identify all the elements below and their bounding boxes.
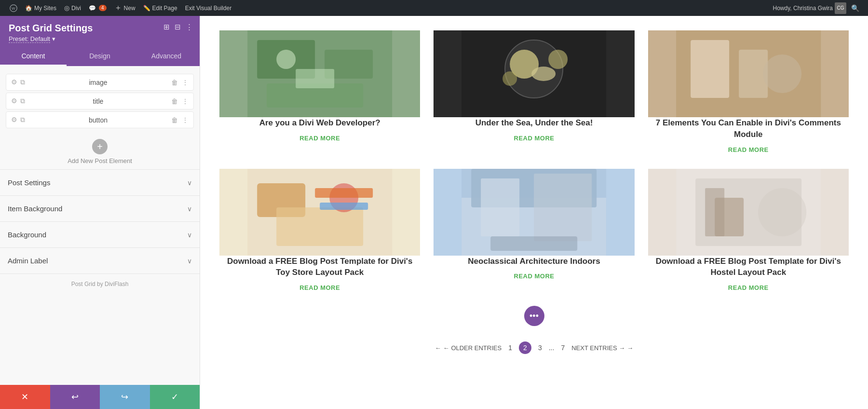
read-more-2[interactable]: READ MORE (514, 135, 555, 142)
copy-icon[interactable]: ⧉ (20, 78, 25, 86)
element-row-image: ⚙ ⧉ image 🗑 ⋮ (6, 74, 194, 91)
post-title-5: Neoclassical Architecture Indoors (468, 256, 600, 267)
admin-search-icon[interactable]: 🔍 (848, 4, 862, 12)
element-row-title: ⚙ ⧉ title 🗑 ⋮ (6, 93, 194, 109)
svg-point-12 (548, 50, 568, 69)
accordion-background: Background ∨ (0, 221, 200, 247)
post-card-5: Neoclassical Architecture Indoors READ M… (434, 169, 634, 292)
chevron-down-icon-1: ∨ (187, 179, 192, 187)
post-title-6: Download a FREE Blog Post Template for D… (648, 256, 849, 279)
page-7[interactable]: 7 (559, 343, 567, 353)
svg-point-18 (763, 55, 801, 93)
tab-design[interactable]: Design (67, 47, 133, 66)
svg-point-36 (758, 188, 806, 236)
accordion-admin-label: Admin Label ∨ (0, 247, 200, 273)
delete-icon-2[interactable]: 🗑 (171, 97, 178, 105)
background-title: Background (8, 231, 46, 239)
divi-item[interactable]: ◎ Divi (60, 0, 85, 16)
sidebar-footer: Post Grid by DiviFlash (0, 273, 200, 294)
post-image-1 (219, 30, 420, 117)
read-more-1[interactable]: READ MORE (299, 135, 340, 142)
howdy-text: Howdy, Christina Gwira (773, 5, 833, 12)
accordion-header-item-background[interactable]: Item Background ∨ (8, 196, 192, 221)
edit-page-item[interactable]: ✏️ Edit Page (139, 0, 181, 16)
layout-icon[interactable]: ⊟ (175, 23, 181, 31)
home-icon: 🏠 (25, 5, 32, 12)
delete-icon[interactable]: 🗑 (171, 79, 178, 86)
delete-icon-3[interactable]: 🗑 (171, 116, 178, 124)
content-area: Are you a Divi Web Developer? READ MORE … (200, 16, 868, 409)
plus-icon: ＋ (114, 3, 122, 13)
save-button[interactable]: ✓ (150, 385, 200, 409)
admin-label-title: Admin Label (8, 257, 48, 265)
divi-logo-icon: ◎ (64, 4, 69, 12)
drag-icon-2[interactable]: ⋮ (182, 97, 189, 105)
arrow-right-icon: → (627, 344, 633, 352)
accordion-header-admin-label[interactable]: Admin Label ∨ (8, 248, 192, 273)
settings-icon-3[interactable]: ⚙ (11, 116, 17, 124)
add-new-element[interactable]: + Add New Post Element (0, 130, 200, 169)
svg-point-6 (276, 50, 296, 69)
copy-icon-2[interactable]: ⧉ (20, 97, 25, 105)
element-row-button: ⚙ ⧉ button 🗑 ⋮ (6, 111, 194, 128)
new-item[interactable]: ＋ New (110, 0, 139, 16)
user-avatar: CG (835, 2, 846, 14)
element-label-image: image (29, 79, 167, 86)
svg-rect-7 (296, 69, 334, 88)
accordion-header-post-settings[interactable]: Post Settings ∨ (8, 170, 192, 195)
accordion-header-background[interactable]: Background ∨ (8, 222, 192, 247)
read-more-4[interactable]: READ MORE (299, 284, 340, 291)
page-2[interactable]: 2 (519, 341, 531, 354)
chevron-down-icon-4: ∨ (187, 257, 192, 265)
svg-rect-16 (691, 40, 729, 98)
post-title-4: Download a FREE Blog Post Template for D… (219, 256, 420, 279)
older-entries-button[interactable]: ← ← OLDER ENTRIES (435, 344, 502, 352)
undo-button[interactable]: ↩ (50, 385, 100, 409)
comment-icon: 💬 (89, 5, 96, 12)
post-image-4 (219, 169, 420, 256)
svg-rect-30 (490, 236, 577, 251)
svg-rect-35 (705, 188, 724, 236)
chevron-down-icon-3: ∨ (187, 231, 192, 239)
sidebar-header: Post Grid Settings Preset: Default ▾ (0, 16, 200, 47)
arrow-left-icon: ← (435, 344, 441, 352)
read-more-5[interactable]: READ MORE (514, 273, 555, 280)
element-label-title: title (29, 97, 167, 105)
dots-icon: ••• (529, 311, 539, 321)
page-1[interactable]: 1 (506, 343, 514, 353)
wp-logo-item[interactable]: W (6, 0, 21, 16)
read-more-3[interactable]: READ MORE (728, 146, 769, 153)
copy-icon-3[interactable]: ⧉ (20, 116, 25, 124)
element-label-button: button (29, 116, 167, 124)
post-card-1: Are you a Divi Web Developer? READ MORE (219, 30, 420, 153)
settings-icon-2[interactable]: ⚙ (11, 97, 17, 105)
svg-rect-21 (276, 207, 363, 246)
next-entries-button[interactable]: NEXT ENTRIES → → (571, 344, 633, 352)
post-card-6: Download a FREE Blog Post Template for D… (648, 169, 849, 292)
fullscreen-icon[interactable]: ⊞ (163, 23, 170, 31)
redo-button[interactable]: ↪ (100, 385, 150, 409)
my-sites-item[interactable]: 🏠 My Sites (21, 0, 60, 16)
settings-icon[interactable]: ⚙ (11, 78, 17, 86)
pencil-icon: ✏️ (143, 5, 150, 12)
drag-icon[interactable]: ⋮ (182, 79, 189, 86)
tab-content[interactable]: Content (0, 47, 67, 66)
pagination-dots: ... (549, 344, 555, 352)
accordion-item-background: Item Background ∨ (0, 195, 200, 221)
sidebar-tabs: Content Design Advanced (0, 47, 200, 66)
more-options-button[interactable]: ••• (524, 306, 544, 326)
pagination: ← ← OLDER ENTRIES 1 2 3 ... 7 (435, 332, 633, 359)
preset-selector[interactable]: Preset: Default ▾ (9, 35, 191, 42)
tab-advanced[interactable]: Advanced (133, 47, 200, 66)
exit-visual-builder-item[interactable]: Exit Visual Builder (181, 0, 236, 16)
cancel-button[interactable]: ✕ (0, 385, 50, 409)
svg-rect-29 (534, 174, 592, 241)
svg-point-11 (531, 67, 556, 81)
comments-item[interactable]: 💬 4 (85, 0, 110, 16)
drag-icon-3[interactable]: ⋮ (182, 116, 189, 124)
more-options-icon[interactable]: ⋮ (186, 23, 193, 31)
page-3[interactable]: 3 (536, 343, 544, 353)
read-more-6[interactable]: READ MORE (728, 284, 769, 291)
post-image-5 (434, 169, 634, 256)
item-background-title: Item Background (8, 204, 62, 213)
